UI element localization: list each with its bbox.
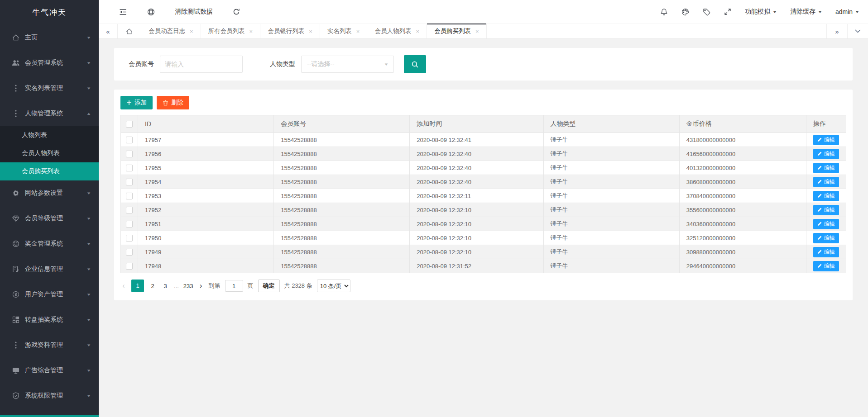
row-checkbox[interactable] [126, 221, 133, 227]
clear-cache-menu[interactable]: 清除缓存 ▼ [790, 8, 822, 16]
fullscreen-icon[interactable] [724, 8, 731, 15]
person-type-select[interactable]: --请选择-- ▼ [301, 56, 394, 73]
table-row: 17952 15542528888 2020-08-09 12:32:10 锤子… [121, 203, 846, 217]
sidebar-item-member-mgmt[interactable]: 会员管理系统 ▼ [0, 50, 99, 76]
chevron-down-icon: ▼ [86, 86, 91, 90]
refresh-icon[interactable] [233, 8, 240, 15]
sidebar-item-wheel-lottery[interactable]: 转盘抽奖系统 ▼ [0, 307, 99, 332]
close-icon[interactable]: × [249, 28, 253, 35]
edit-button[interactable]: 编辑 [813, 219, 839, 229]
tag-icon[interactable] [703, 8, 710, 16]
page-button-2[interactable]: 2 [149, 283, 157, 289]
edit-button[interactable]: 编辑 [813, 163, 839, 173]
palette-icon[interactable] [681, 8, 689, 16]
add-button[interactable]: 添加 [120, 96, 153, 109]
tabbar-spacer [487, 24, 826, 38]
close-icon[interactable]: × [356, 28, 360, 35]
edit-button[interactable]: 编辑 [813, 135, 839, 145]
tab-member-banks[interactable]: 会员银行列表× [260, 24, 320, 38]
sidebar-item-bonus-mgmt[interactable]: 奖金管理系统 ▼ [0, 231, 99, 256]
row-checkbox[interactable] [126, 249, 133, 256]
sidebar-item-person-mgmt[interactable]: 人物管理系统 ▲ [0, 101, 99, 126]
tab-member-persons[interactable]: 会员人物列表× [367, 24, 427, 38]
tabs-scroll-right-button[interactable]: » [826, 24, 847, 38]
tabs-scroll-left-button[interactable]: « [99, 24, 118, 38]
account-label: 会员账号 [129, 60, 154, 68]
close-icon[interactable]: × [475, 28, 479, 35]
sidebar-item-game-data[interactable]: 游戏资料管理 ▼ [0, 332, 99, 358]
grid-icon [12, 316, 20, 324]
sidebar-item-company-info[interactable]: 企业信息管理 ▼ [0, 256, 99, 282]
row-checkbox[interactable] [126, 263, 133, 270]
document-edit-icon [12, 265, 20, 273]
pencil-icon [817, 166, 822, 170]
sidebar-item-site-params[interactable]: 网站参数设置 ▼ [0, 180, 99, 206]
sidebar-item-home[interactable]: 主页 ▼ [0, 25, 99, 50]
search-button[interactable] [404, 55, 426, 73]
bell-icon[interactable] [660, 8, 668, 16]
close-icon[interactable]: × [190, 28, 193, 35]
tabs-menu-button[interactable] [847, 24, 868, 38]
gear-icon [12, 189, 20, 197]
per-page-select[interactable]: 10 条/页 [317, 280, 350, 292]
row-checkbox[interactable] [126, 165, 133, 171]
gem-icon [12, 214, 20, 223]
edit-button[interactable]: 编辑 [813, 191, 839, 201]
clear-test-data-button[interactable]: 清除测试数据 [175, 8, 213, 16]
row-checkbox[interactable] [126, 179, 133, 185]
home-tab-button[interactable] [118, 24, 141, 38]
row-checkbox[interactable] [126, 207, 133, 213]
goto-label: 到第 [209, 282, 221, 290]
tab-member-purchases[interactable]: 会员购买列表× [427, 24, 487, 38]
function-sim-menu[interactable]: 功能模拟 ▼ [745, 8, 777, 16]
col-header-id: ID [138, 115, 274, 133]
table-row: 17956 15542528888 2020-08-09 12:32:40 锤子… [121, 147, 846, 161]
table-header-row: ID 会员账号 添加时间 人物类型 金币价格 操作 [121, 115, 846, 133]
edit-button[interactable]: 编辑 [813, 261, 839, 271]
page-button-1[interactable]: 1 [131, 280, 144, 292]
user-menu[interactable]: admin ▼ [835, 8, 859, 15]
collapse-sidebar-icon[interactable] [119, 9, 127, 15]
row-checkbox[interactable] [126, 193, 133, 199]
edit-button[interactable]: 编辑 [813, 149, 839, 159]
sidebar-item-realname-mgmt[interactable]: 实名列表管理 ▼ [0, 76, 99, 101]
close-icon[interactable]: × [309, 28, 312, 35]
total-count-label: 共 2328 条 [284, 282, 312, 290]
globe-icon[interactable] [147, 8, 155, 16]
prev-page-button[interactable]: ‹ [120, 282, 127, 290]
sidebar-item-system-permissions[interactable]: 系统权限管理 ▼ [0, 383, 99, 408]
sidebar-subitem-person-list[interactable]: 人物列表 [0, 126, 99, 144]
edit-button[interactable]: 编辑 [813, 177, 839, 187]
delete-button[interactable]: 删除 [157, 96, 189, 109]
chevron-down-icon: ▼ [86, 318, 91, 322]
row-checkbox[interactable] [126, 235, 133, 242]
sidebar-item-member-level[interactable]: 会员等级管理 ▼ [0, 206, 99, 231]
main-area: 清除测试数据 功能模拟 ▼ 清除缓存 ▼ [99, 0, 868, 417]
page-button-last[interactable]: 233 [183, 283, 193, 289]
tab-member-activity-log[interactable]: 会员动态日志× [141, 24, 201, 38]
sidebar-subitem-member-person-list[interactable]: 会员人物列表 [0, 144, 99, 162]
topbar-left: 清除测试数据 [99, 8, 240, 16]
goto-confirm-button[interactable]: 确定 [258, 280, 280, 292]
select-all-checkbox[interactable] [126, 121, 133, 128]
row-checkbox[interactable] [126, 137, 133, 143]
next-page-button[interactable]: › [198, 282, 204, 290]
goto-page-input[interactable] [225, 280, 243, 292]
tab-realname-list[interactable]: 实名列表× [320, 24, 368, 38]
sidebar-item-ad-mgmt[interactable]: 广告综合管理 ▼ [0, 358, 99, 383]
chevron-down-icon: ▼ [86, 394, 91, 398]
edit-button[interactable]: 编辑 [813, 233, 839, 243]
edit-button[interactable]: 编辑 [813, 247, 839, 257]
chevron-down-icon: ▼ [86, 369, 91, 373]
sidebar-item-user-assets[interactable]: 用户资产管理 ▼ [0, 282, 99, 307]
account-input[interactable] [160, 56, 243, 73]
row-checkbox[interactable] [126, 151, 133, 157]
tab-all-members[interactable]: 所有会员列表× [201, 24, 261, 38]
edit-button[interactable]: 编辑 [813, 205, 839, 215]
close-icon[interactable]: × [416, 28, 419, 35]
users-icon [12, 59, 20, 67]
sidebar-subitem-member-purchase-list[interactable]: 会员购买列表 [0, 162, 99, 180]
sidebar-nav: 主页 ▼ 会员管理系统 ▼ 实名列表管理 ▼ 人物管理系统 ▲ [0, 25, 99, 417]
page-button-3[interactable]: 3 [161, 283, 169, 289]
chevron-down-icon: ▼ [86, 267, 91, 271]
